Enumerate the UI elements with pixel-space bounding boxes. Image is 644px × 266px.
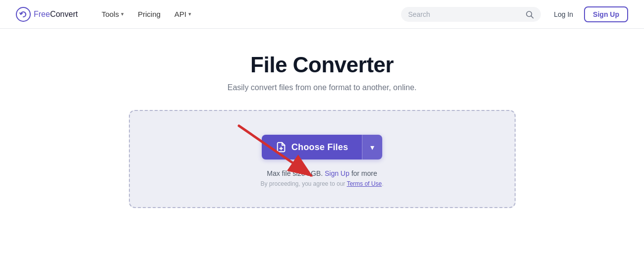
upload-zone: Choose Files ▾ Max file size 1GB. Sign U… xyxy=(129,110,516,208)
header: FreeConvert Tools ▾ Pricing API ▾ Log In… xyxy=(0,0,644,29)
choose-files-wrapper: Choose Files ▾ xyxy=(262,135,382,160)
chevron-down-icon: ▾ xyxy=(121,11,124,17)
choose-files-dropdown-button[interactable]: ▾ xyxy=(362,135,382,160)
logo-convert: Convert xyxy=(50,10,78,18)
logo-icon xyxy=(16,7,31,22)
choose-files-button[interactable]: Choose Files xyxy=(262,135,362,160)
nav-tools-label: Tools xyxy=(102,10,119,18)
red-arrow xyxy=(130,111,517,210)
terms-suffix: . xyxy=(382,180,383,187)
file-size-text: Max file size 1GB. xyxy=(267,169,323,177)
signup-button[interactable]: Sign Up xyxy=(584,6,628,22)
logo-free: Free xyxy=(34,10,50,18)
signup-link[interactable]: Sign Up xyxy=(325,169,350,177)
nav-api[interactable]: API ▾ xyxy=(169,7,197,21)
auth-area: Log In Sign Up xyxy=(549,6,628,22)
chevron-down-icon-choose: ▾ xyxy=(370,143,374,152)
file-info-suffix: for more xyxy=(351,169,377,177)
search-area xyxy=(401,7,541,22)
logo[interactable]: FreeConvert xyxy=(16,7,78,22)
page-subtitle: Easily convert files from one format to … xyxy=(228,83,417,92)
main-content: File Converter Easily convert files from… xyxy=(0,29,644,208)
nav: Tools ▾ Pricing API ▾ xyxy=(96,7,401,21)
page-title: File Converter xyxy=(250,53,394,77)
choose-files-label: Choose Files xyxy=(292,142,348,153)
chevron-down-icon-api: ▾ xyxy=(188,11,191,17)
terms-text: By proceeding, you agree to our Terms of… xyxy=(261,180,384,187)
search-icon xyxy=(525,10,534,19)
logo-text: FreeConvert xyxy=(34,10,78,19)
terms-prefix: By proceeding, you agree to our xyxy=(261,180,347,187)
nav-pricing-label: Pricing xyxy=(138,10,161,18)
file-info: Max file size 1GB. Sign Up for more xyxy=(267,169,377,177)
login-button[interactable]: Log In xyxy=(549,7,578,21)
search-input[interactable] xyxy=(408,10,521,18)
nav-tools[interactable]: Tools ▾ xyxy=(96,7,130,21)
nav-api-label: API xyxy=(175,10,186,18)
svg-line-2 xyxy=(531,16,533,18)
file-upload-icon xyxy=(276,142,287,153)
terms-link[interactable]: Terms of Use xyxy=(347,180,382,187)
nav-pricing[interactable]: Pricing xyxy=(132,7,167,21)
svg-point-0 xyxy=(16,7,30,21)
